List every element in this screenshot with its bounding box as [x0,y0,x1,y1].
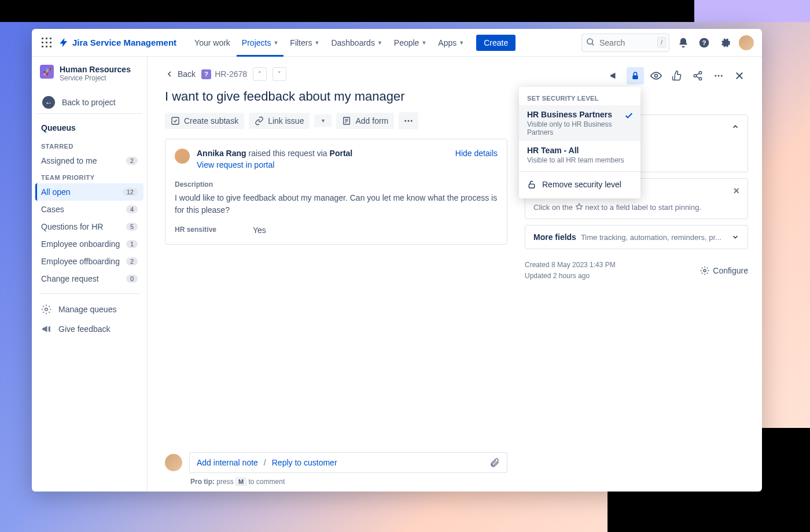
help-icon[interactable]: ? [697,36,711,50]
project-type: Service Project [60,74,131,82]
svg-rect-6 [42,46,43,47]
nav-filters[interactable]: Filters▼ [285,35,325,51]
svg-point-23 [655,75,658,77]
give-feedback[interactable]: Give feedback [35,319,143,339]
share-icon[interactable] [689,67,706,84]
back-button[interactable]: Back [165,69,196,79]
nav-dashboards[interactable]: Dashboards▼ [326,35,387,51]
project-header[interactable]: 🚀 Human Resources Service Project [35,65,143,89]
user-avatar[interactable] [739,35,754,50]
svg-rect-22 [632,75,638,79]
close-icon[interactable] [731,67,748,84]
nav-projects[interactable]: Projects▼ [237,35,284,51]
sidebar-item-onboarding[interactable]: Employee onboarding1 [35,235,143,253]
create-button[interactable]: Create [476,35,516,51]
requester-avatar [175,149,190,164]
svg-rect-1 [46,38,47,39]
notifications-icon[interactable] [676,36,690,50]
svg-point-26 [699,77,702,80]
attachment-icon[interactable] [489,457,500,468]
svg-rect-8 [50,46,51,47]
sidebar-item-questions[interactable]: Questions for HR5 [35,218,143,235]
top-nav: Jira Service Management Your work Projec… [32,29,762,57]
project-icon: 🚀 [40,65,54,79]
search-icon [586,38,595,47]
gear-icon [700,266,709,275]
app-switcher-icon[interactable] [40,36,54,50]
nav-apps[interactable]: Apps▼ [433,35,469,51]
svg-rect-35 [529,184,534,188]
sidebar-item-cases[interactable]: Cases4 [35,201,143,218]
more-fields-toggle[interactable]: More fieldsTime tracking, automation, re… [525,226,748,249]
back-to-project[interactable]: ← Back to project [36,91,142,114]
sidebar: 🚀 Human Resources Service Project ← Back… [32,57,148,492]
link-issue-dropdown[interactable]: ▼ [314,114,332,127]
unlock-icon [527,180,536,189]
svg-point-20 [408,120,410,122]
sidebar-item-offboarding[interactable]: Employee offboarding2 [35,253,143,270]
security-option-hr-partners[interactable]: HR Business Partners Visible only to HR … [519,105,640,141]
svg-point-21 [411,120,413,122]
product-name: Jira Service Management [72,38,176,47]
svg-text:?: ? [702,39,706,46]
pinned-hint: Click on the next to a field label to st… [525,203,748,219]
feedback-icon[interactable] [606,67,623,84]
link-icon [255,116,264,125]
hide-details-link[interactable]: Hide details [455,149,498,158]
next-issue-button[interactable]: ˅ [273,67,286,81]
svg-point-24 [699,72,702,75]
close-icon[interactable]: × [733,186,739,196]
reply-to-customer-link[interactable]: Reply to customer [272,458,337,467]
svg-line-28 [696,76,699,78]
comment-input[interactable]: Add internal note / Reply to customer [189,452,507,473]
issue-key[interactable]: ? HR-2678 [201,69,247,79]
sidebar-item-change-request[interactable]: Change request0 [35,270,143,287]
issue-type-icon: ? [201,69,211,79]
search-input-wrapper: / [581,34,669,52]
svg-point-19 [405,120,407,122]
more-icon[interactable] [710,67,727,84]
nav-your-work[interactable]: Your work [189,35,235,51]
product-logo[interactable]: Jira Service Management [58,38,176,48]
gear-icon [41,304,51,315]
more-actions-button[interactable] [399,112,418,130]
nav-people[interactable]: People▼ [389,35,432,51]
primary-nav: Your work Projects▼ Filters▼ Dashboards▼… [189,35,516,51]
chevron-down-icon [731,233,739,241]
svg-point-25 [694,75,697,77]
svg-line-10 [592,43,594,45]
manage-queues[interactable]: Manage queues [35,300,143,319]
issue-main: Back ? HR-2678 ˄ ˅ I want to give feedba… [148,57,525,492]
prev-issue-button[interactable]: ˄ [253,67,267,81]
link-issue-button[interactable]: Link issue [249,113,310,129]
vote-icon[interactable] [668,67,686,84]
svg-rect-4 [46,42,47,43]
svg-rect-2 [50,38,51,39]
watch-icon[interactable] [647,67,665,84]
add-form-button[interactable]: Add form [336,113,394,129]
svg-point-30 [718,75,720,77]
request-card: Annika Rang raised this request via Port… [165,139,507,245]
configure-link[interactable]: Configure [700,266,748,275]
settings-icon[interactable] [718,36,732,50]
sidebar-item-all-open[interactable]: All open12 [35,183,143,201]
security-option-hr-team[interactable]: HR Team - All Visible to all HR team mem… [519,141,640,169]
svg-rect-5 [50,42,51,43]
form-icon [342,116,351,125]
team-priority-label: TEAM PRIORITY [35,169,143,183]
arrow-left-icon: ← [42,96,55,109]
comment-area: Add internal note / Reply to customer Pr… [165,444,507,486]
svg-rect-7 [46,46,47,47]
description-label: Description [175,180,498,189]
view-in-portal-link[interactable]: View request in portal [197,160,274,169]
check-icon [624,111,634,120]
count-badge: 2 [126,157,138,165]
lock-icon[interactable] [627,67,644,84]
sidebar-item-assigned[interactable]: Assigned to me 2 [35,152,143,169]
created-date: Created 8 May 2023 1:43 PM [525,260,616,271]
svg-rect-14 [172,117,179,124]
remove-security-level[interactable]: Remove security level [519,174,640,195]
create-subtask-button[interactable]: Create subtask [165,113,244,129]
subtask-icon [171,116,180,125]
add-internal-note-link[interactable]: Add internal note [197,458,258,467]
